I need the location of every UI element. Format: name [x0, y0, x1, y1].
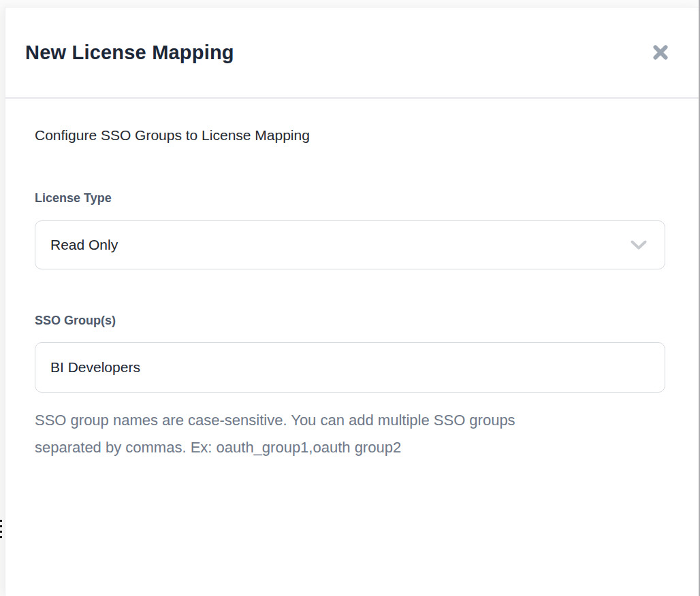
background-list-mark [0, 525, 2, 527]
sso-groups-label: SSO Group(s) [35, 312, 665, 329]
modal-body: Configure SSO Groups to License Mapping … [5, 99, 699, 461]
license-type-select[interactable]: Read Only [35, 220, 665, 269]
modal-description: Configure SSO Groups to License Mapping [35, 125, 665, 146]
license-type-label: License Type [35, 189, 665, 207]
chevron-down-icon [631, 240, 647, 250]
background-list-mark [0, 520, 2, 522]
license-type-selected-value: Read Only [50, 237, 118, 253]
background-list-mark [0, 536, 2, 538]
sso-groups-help-text: SSO group names are case-sensitive. You … [35, 407, 579, 461]
modal-title: New License Mapping [25, 42, 234, 64]
close-icon [651, 43, 670, 62]
background-list-mark [0, 531, 2, 533]
modal-header: New License Mapping [5, 7, 699, 99]
new-license-mapping-modal: New License Mapping Configure SSO Groups… [5, 7, 699, 596]
close-button[interactable] [647, 39, 674, 66]
sso-groups-input[interactable] [35, 342, 665, 393]
